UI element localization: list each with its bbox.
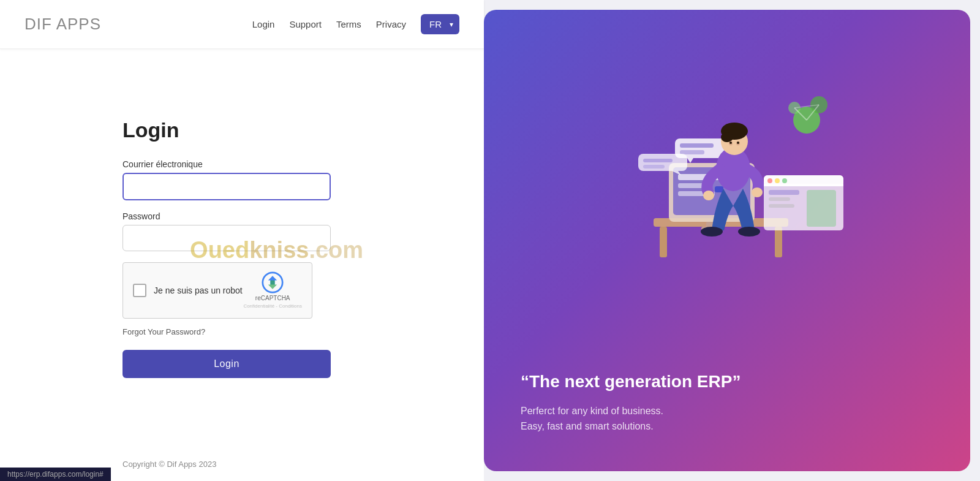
- email-input[interactable]: [123, 173, 331, 200]
- nav-terms[interactable]: Terms: [336, 19, 361, 29]
- password-input[interactable]: [123, 225, 331, 251]
- copyright-text: Copyright © Dif Apps 2023: [123, 460, 216, 469]
- email-label: Courrier électronique: [123, 159, 337, 169]
- svg-rect-12: [680, 143, 714, 148]
- svg-rect-3: [775, 227, 782, 257]
- svg-point-42: [737, 142, 739, 144]
- password-label: Password: [123, 211, 337, 221]
- svg-marker-14: [687, 158, 693, 163]
- header: DIF APPS Login Support Terms Privacy FR …: [0, 0, 484, 49]
- illustration: [580, 47, 874, 267]
- nav-support[interactable]: Support: [289, 19, 322, 29]
- right-panel: “The next generation ERP” Perferct for a…: [484, 10, 970, 471]
- svg-rect-17: [643, 165, 665, 169]
- svg-rect-28: [807, 190, 836, 227]
- forgot-password-link[interactable]: Forgot Your Password?: [123, 327, 337, 336]
- svg-point-23: [775, 178, 780, 183]
- login-title: Login: [123, 118, 337, 142]
- recaptcha-brand: reCAPTCHA: [255, 295, 290, 302]
- nav-links: Login Support Terms Privacy FR EN AR: [252, 14, 459, 34]
- nav-login[interactable]: Login: [252, 19, 275, 29]
- svg-point-22: [767, 178, 772, 183]
- svg-rect-25: [769, 190, 799, 195]
- svg-point-46: [701, 227, 723, 237]
- svg-point-38: [721, 132, 733, 142]
- subtitle: Perferct for any kind of business. Easy,…: [521, 403, 663, 434]
- form-area: Login Courrier électronique Password Je …: [0, 49, 484, 447]
- svg-rect-13: [680, 150, 704, 154]
- subtitle-line2: Easy, fast and smart solutions.: [521, 421, 654, 431]
- recaptcha-sub: Confidentialité - Conditions: [243, 303, 302, 309]
- tagline: “The next generation ERP”: [521, 371, 741, 393]
- recaptcha-logo: reCAPTCHA Confidentialité - Conditions: [243, 271, 302, 309]
- svg-rect-26: [769, 197, 790, 201]
- svg-point-24: [782, 178, 787, 183]
- svg-rect-27: [769, 204, 794, 208]
- svg-point-41: [729, 142, 732, 144]
- recaptcha-text: Je ne suis pas un robot: [154, 286, 243, 295]
- app-logo: DIF APPS: [24, 15, 101, 34]
- recaptcha-box[interactable]: Je ne suis pas un robot reCAPTCHA Confid…: [123, 262, 312, 319]
- svg-point-45: [752, 187, 763, 197]
- svg-rect-21: [764, 184, 843, 186]
- language-dropdown[interactable]: FR EN AR: [421, 14, 459, 34]
- recaptcha-icon: [262, 271, 284, 294]
- status-bar: https://erp.difapps.com/login#: [0, 468, 111, 481]
- svg-rect-16: [643, 159, 673, 162]
- svg-point-47: [738, 227, 760, 237]
- recaptcha-checkbox[interactable]: [133, 284, 146, 297]
- svg-point-44: [703, 191, 714, 200]
- login-button[interactable]: Login: [123, 350, 331, 378]
- left-panel: DIF APPS Login Support Terms Privacy FR …: [0, 0, 484, 481]
- status-url: https://erp.difapps.com/login#: [7, 470, 104, 479]
- recaptcha-left: Je ne suis pas un robot: [133, 284, 243, 297]
- svg-rect-2: [660, 227, 667, 257]
- illustration-svg: [580, 47, 874, 267]
- subtitle-line1: Perferct for any kind of business.: [521, 406, 663, 416]
- language-selector-wrapper: FR EN AR: [421, 14, 459, 34]
- nav-privacy[interactable]: Privacy: [376, 19, 406, 29]
